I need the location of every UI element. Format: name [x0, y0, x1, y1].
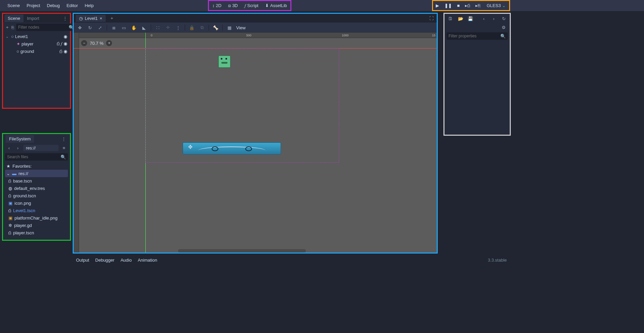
- renderer-dropdown[interactable]: GLES3 ⌄: [483, 1, 509, 10]
- scene-tab[interactable]: Scene: [4, 14, 24, 22]
- file-row[interactable]: ⎙player.tscn: [5, 229, 68, 236]
- nav-forward-icon[interactable]: ›: [14, 144, 21, 151]
- canvas[interactable]: 0 500 1000 15 − 70.7 % + ✥: [74, 33, 437, 253]
- horizontal-scrollbar[interactable]: [178, 249, 306, 253]
- instance-icon[interactable]: ⎙: [57, 41, 60, 46]
- script-icon[interactable]: 𝑓: [61, 41, 62, 46]
- path-display[interactable]: res://: [23, 145, 59, 151]
- ruler-tick: 0: [151, 34, 152, 37]
- history-menu-icon[interactable]: ↻: [500, 15, 507, 22]
- tree-node-ground[interactable]: ○ ground ⎙ ◉: [5, 47, 68, 55]
- menu-scene[interactable]: Scene: [4, 1, 23, 10]
- tree-node-level1[interactable]: ⌄ ○ Level1 ◉: [5, 33, 68, 40]
- canvas-toolbar: ✥ ↻ ⤢ ≣ ▭ ✋ ◣ ⸬ ⸭ ⋮ 🔒 ⧉ 🦴 ▦ View: [74, 23, 437, 33]
- file-row[interactable]: ⎙ground.tscn: [5, 192, 68, 199]
- play-button[interactable]: ▶: [433, 1, 442, 10]
- filter-nodes-field[interactable]: [18, 25, 69, 30]
- filter-nodes-input[interactable]: 🔍: [16, 24, 76, 31]
- workspace-assetlib[interactable]: ⬇ AssetLib: [262, 1, 290, 10]
- file-row[interactable]: ▣icon.png: [5, 199, 68, 207]
- save-resource-icon[interactable]: 💾: [467, 15, 474, 22]
- pan-tool-icon[interactable]: ✋: [131, 24, 137, 31]
- lock-icon[interactable]: 🔒: [188, 24, 195, 31]
- search-files-field[interactable]: [7, 155, 61, 159]
- ruler-tool-icon[interactable]: ◣: [141, 24, 147, 31]
- filter-properties-input[interactable]: 🔍: [446, 32, 508, 40]
- object-options-icon[interactable]: ⚙: [500, 24, 507, 31]
- history-forward-icon[interactable]: ›: [491, 15, 497, 22]
- chevron-down-icon[interactable]: ⌄: [6, 171, 10, 176]
- visibility-icon[interactable]: ◉: [64, 49, 67, 54]
- visibility-icon[interactable]: ◉: [64, 34, 67, 39]
- add-node-icon[interactable]: ＋: [5, 24, 9, 31]
- search-icon: 🔍: [500, 34, 506, 39]
- workspace-switcher: ↕ 2D ⧈ 3D 𝑓 Script ⬇ AssetLib: [208, 0, 291, 11]
- instance-scene-icon[interactable]: ⎘: [11, 24, 14, 31]
- bottom-tab-output[interactable]: Output: [76, 258, 89, 263]
- bottom-tab-animation[interactable]: Animation: [138, 258, 157, 263]
- workspace-script[interactable]: 𝑓 Script: [241, 1, 262, 10]
- script-file-icon: ✲: [8, 223, 12, 228]
- expand-icon[interactable]: ⛶: [428, 15, 435, 22]
- bone-icon[interactable]: 🦴: [212, 24, 219, 31]
- pause-button[interactable]: ❚❚: [442, 1, 455, 10]
- scene-tab-level1[interactable]: ◷ Level1 ×: [76, 15, 106, 22]
- filesystem-menu-icon[interactable]: ⋮: [60, 135, 67, 143]
- scale-tool-icon[interactable]: ⤢: [97, 24, 103, 31]
- ground-sprite[interactable]: [183, 142, 281, 155]
- new-resource-icon[interactable]: 🖺: [447, 15, 454, 22]
- file-row[interactable]: ✲player.gd: [5, 222, 68, 229]
- view-menu[interactable]: View: [236, 25, 246, 30]
- menu-project[interactable]: Project: [23, 1, 43, 10]
- player-sprite[interactable]: [218, 56, 230, 68]
- workspace-2d[interactable]: ↕ 2D: [209, 1, 225, 10]
- import-tab[interactable]: Import: [24, 14, 43, 22]
- move-tool-icon[interactable]: ↻: [86, 24, 93, 31]
- nav-back-icon[interactable]: ‹: [6, 144, 12, 151]
- new-scene-tab-icon[interactable]: ＋: [107, 14, 117, 22]
- inspector-dock: 🖺 📂 💾 ‹ › ↻ ⚙ 🔍: [443, 13, 511, 136]
- menu-editor[interactable]: Editor: [63, 1, 81, 10]
- play-scene-button[interactable]: ▸⎙: [462, 1, 473, 10]
- group-icon[interactable]: ⧉: [199, 24, 205, 31]
- view-mode-icon[interactable]: ≡: [61, 144, 67, 151]
- snap-toggle-icon[interactable]: ⸬: [154, 24, 161, 31]
- tree-node-player[interactable]: ✦ player ⎙ 𝑓 ◉: [5, 40, 68, 47]
- rect-select-icon[interactable]: ▭: [120, 24, 127, 31]
- menu-debug[interactable]: Debug: [43, 1, 63, 10]
- zoom-out-icon[interactable]: −: [81, 40, 87, 46]
- open-resource-icon[interactable]: 📂: [457, 15, 464, 22]
- folder-label: res://: [19, 171, 28, 176]
- file-row[interactable]: ⎙base.tscn: [5, 177, 68, 185]
- workspace-3d[interactable]: ⧈ 3D: [225, 1, 241, 10]
- stop-button[interactable]: ■: [455, 1, 463, 10]
- kinematic-icon: ✦: [16, 41, 20, 46]
- chevron-down-icon[interactable]: ⌄: [6, 35, 10, 38]
- smart-snap-icon[interactable]: ⸭: [165, 24, 171, 31]
- scene-dock-menu-icon[interactable]: ⋮: [62, 14, 69, 22]
- file-row[interactable]: ⎙Level1.tscn: [5, 207, 68, 214]
- history-back-icon[interactable]: ‹: [480, 15, 487, 22]
- move-gizmo-icon[interactable]: ✥: [188, 144, 192, 150]
- file-row[interactable]: ▣platformChar_idle.png: [5, 214, 68, 222]
- filter-properties-field[interactable]: [449, 34, 500, 38]
- preview-icon[interactable]: ▦: [226, 24, 233, 31]
- bottom-tab-audio[interactable]: Audio: [120, 258, 132, 263]
- zoom-in-icon[interactable]: +: [106, 40, 112, 46]
- zoom-value[interactable]: 70.7 %: [90, 41, 103, 46]
- select-tool-icon[interactable]: ✥: [76, 24, 83, 31]
- list-select-icon[interactable]: ≣: [110, 24, 117, 31]
- file-row[interactable]: ◍default_env.tres: [5, 185, 68, 192]
- instance-icon[interactable]: ⎙: [60, 49, 62, 54]
- favorites-header[interactable]: ★ Favorites:: [5, 162, 68, 170]
- visibility-icon[interactable]: ◉: [64, 41, 67, 46]
- close-icon[interactable]: ×: [100, 16, 102, 21]
- bottom-tab-debugger[interactable]: Debugger: [95, 258, 114, 263]
- file-name: platformChar_idle.png: [14, 215, 58, 221]
- search-files-input[interactable]: 🔍: [5, 153, 68, 161]
- play-custom-button[interactable]: ▸⎘: [473, 1, 483, 10]
- root-folder[interactable]: ⌄ ▬ res://: [5, 170, 68, 177]
- menu-help[interactable]: Help: [81, 1, 97, 10]
- snap-options-icon[interactable]: ⋮: [175, 24, 181, 31]
- filesystem-tab[interactable]: FileSystem: [6, 135, 34, 143]
